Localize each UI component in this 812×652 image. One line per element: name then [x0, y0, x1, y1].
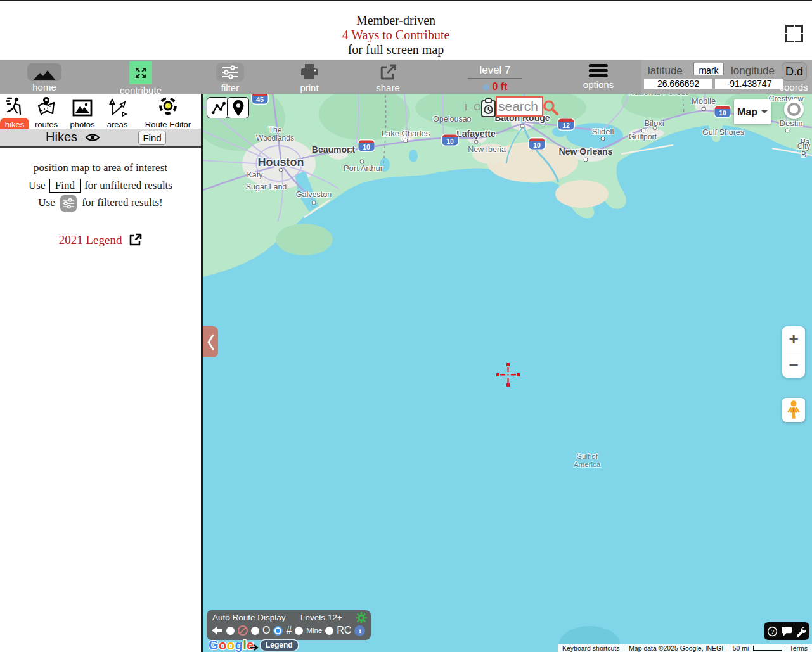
contribute-button[interactable]: contribute — [120, 61, 162, 96]
tab-areas[interactable]: areas — [101, 95, 133, 132]
chevron-left-icon — [205, 331, 216, 353]
coords-panel: latitude mark it longitude D.d coords — [641, 60, 812, 94]
app-root: Member-driven 4 Ways to Contribute for f… — [0, 0, 812, 652]
elevation-row: 0 ft — [468, 81, 522, 93]
wrench-icon[interactable] — [796, 626, 806, 637]
chat-bubble-icon[interactable] — [781, 626, 792, 636]
level-label: level 7 — [468, 64, 522, 79]
option-circle-label: O — [262, 625, 270, 636]
radio-mine[interactable] — [295, 627, 303, 635]
coord-format-button[interactable]: D.d — [782, 62, 807, 81]
google-logo[interactable]: Google — [209, 638, 254, 652]
mark-it-button[interactable]: mark it — [693, 63, 724, 75]
clipboard-icon[interactable] — [480, 98, 496, 120]
coords-label: coords — [778, 82, 809, 93]
my-location-icon[interactable] — [784, 99, 804, 119]
auto-route-display-panel: Auto Route Display Levels 12+ — [207, 610, 371, 640]
longitude-label: longitude — [731, 65, 775, 77]
printer-icon — [300, 63, 319, 82]
filter-sliders-icon — [216, 63, 244, 82]
search-icon[interactable] — [543, 99, 559, 118]
marker-tool-button[interactable] — [227, 97, 249, 118]
instruction-line-2: Use Find for unfiltered results — [0, 179, 201, 193]
pegman-button[interactable] — [782, 398, 805, 422]
tab-route-editor[interactable]: Route Editor — [137, 95, 199, 132]
home-icon — [27, 63, 61, 81]
filter-button[interactable]: filter — [216, 61, 244, 93]
gear-icon[interactable] — [356, 612, 367, 626]
elevation-value: 0 ft — [493, 81, 508, 92]
hamburger-icon — [589, 64, 608, 77]
tab-hikes[interactable]: hikes — [0, 95, 29, 132]
instruction-line-1: position map to area of interest — [0, 162, 201, 174]
info-icon[interactable]: i — [354, 625, 365, 636]
route-polyline-icon — [210, 99, 226, 116]
header-line-member-driven: Member-driven — [0, 13, 792, 28]
route-tool-button[interactable] — [207, 97, 229, 118]
eye-icon[interactable] — [85, 133, 100, 142]
keyboard-shortcuts-link[interactable]: Keyboard shortcuts — [558, 644, 624, 652]
sidebar-collapse-handle[interactable] — [203, 326, 218, 357]
terms-link[interactable]: Terms — [785, 644, 812, 652]
radio-rc[interactable] — [325, 627, 333, 635]
hiker-icon — [0, 95, 29, 117]
elevation-dot-icon — [483, 84, 489, 91]
hikes-panel-header: Hikes Find — [0, 129, 201, 148]
scale-label: 50 mi — [728, 644, 754, 652]
zoom-in-button[interactable]: + — [782, 326, 805, 352]
help-icon[interactable]: ? — [767, 626, 778, 637]
options-button[interactable]: options — [583, 61, 614, 90]
map-attribution-bar: Keyboard shortcuts Map data ©2025 Google… — [558, 644, 812, 652]
panel-title: Hikes — [46, 130, 77, 144]
search-input[interactable] — [496, 96, 543, 117]
map-data-attribution: Map data ©2025 Google, INEGI — [624, 644, 728, 652]
home-button[interactable]: home — [27, 61, 61, 93]
find-button[interactable]: Find — [138, 131, 166, 145]
radio-none[interactable] — [226, 627, 235, 635]
photo-icon — [65, 95, 100, 117]
header-line-fullscreen-hint: for full screen map — [0, 42, 792, 57]
main-toolbar: home contribute filter print — [0, 60, 812, 94]
zoom-out-button[interactable]: − — [782, 352, 805, 378]
route-display-options: O # Mine RC i — [211, 625, 365, 636]
help-toolbar: ? — [764, 622, 809, 640]
share-icon — [376, 63, 400, 82]
latitude-input[interactable] — [644, 79, 712, 89]
level-indicator: level 7 0 ft — [468, 64, 522, 93]
pegman-icon — [787, 400, 801, 420]
option-mine-label: Mine — [306, 627, 322, 634]
tab-photos[interactable]: photos — [65, 95, 100, 132]
arrow-right-icon — [250, 642, 259, 652]
contribute-link[interactable]: 4 Ways to Contribute — [0, 28, 792, 42]
legend-button[interactable]: Legend — [261, 640, 298, 651]
map-pin-icon — [231, 99, 245, 117]
chevron-down-icon — [761, 110, 768, 113]
route-editor-target-icon — [137, 95, 199, 117]
zoom-control: + − — [782, 326, 805, 378]
latitude-label: latitude — [648, 65, 683, 77]
fullscreen-icon[interactable] — [785, 25, 803, 42]
auto-route-title: Auto Route Display — [212, 613, 286, 622]
sidebar: hikes routes photos — [0, 94, 203, 652]
levels-label: Levels 12+ — [300, 613, 342, 622]
map-container[interactable]: The WoodlandsHoustonKatySugar LandGalves… — [203, 94, 812, 652]
legend-2021-link[interactable]: 2021 Legend — [0, 233, 201, 247]
scale-bar — [753, 646, 782, 651]
tab-routes[interactable]: routes — [30, 95, 62, 132]
find-button-reference: Find — [49, 179, 81, 193]
longitude-input[interactable] — [715, 79, 783, 89]
page-header: Member-driven 4 Ways to Contribute for f… — [0, 1, 812, 60]
radio-circle[interactable] — [251, 627, 259, 635]
no-routes-icon — [238, 625, 248, 636]
option-rc-label: RC — [337, 625, 351, 636]
print-button[interactable]: print — [300, 61, 319, 93]
map-type-button[interactable]: Map — [734, 99, 771, 124]
areas-arrows-icon — [101, 95, 133, 117]
back-arrow-icon[interactable] — [211, 626, 223, 635]
share-button[interactable]: share — [376, 61, 400, 93]
radio-hash-selected[interactable] — [273, 626, 283, 636]
map-canvas[interactable] — [203, 94, 812, 652]
filter-icon-reference — [60, 195, 77, 212]
panel-title-row: Hikes — [46, 130, 100, 144]
header-text: Member-driven 4 Ways to Contribute for f… — [0, 13, 792, 57]
